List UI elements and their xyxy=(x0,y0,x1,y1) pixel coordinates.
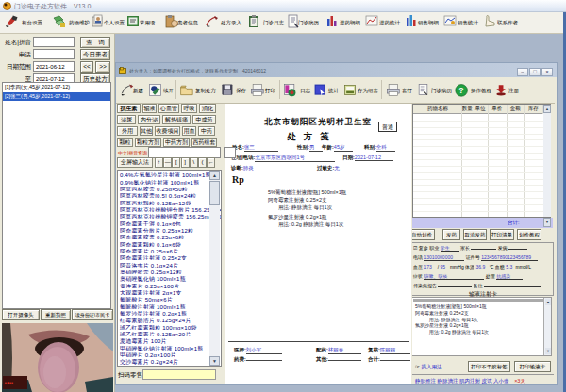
svg-text:?: ? xyxy=(458,86,463,95)
svg-text:▪●▪▪: ▪●▪▪ xyxy=(5,380,13,385)
